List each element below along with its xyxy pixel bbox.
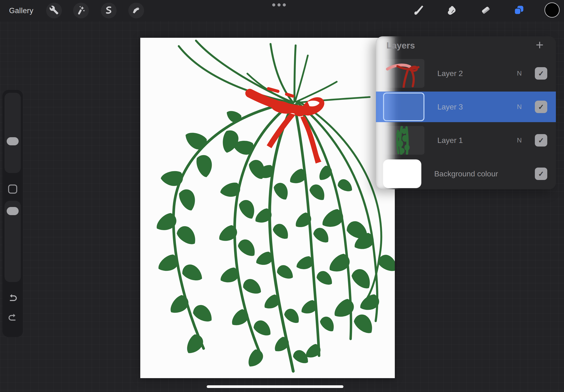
smudge-button[interactable]	[443, 3, 459, 18]
eraser-icon	[480, 4, 491, 16]
layers-icon	[513, 4, 525, 17]
transform-arrow-icon	[132, 5, 141, 15]
wrench-icon	[49, 5, 59, 16]
layer-list: Layer 2N✓Layer 3N✓Layer 1N✓Background co…	[376, 58, 556, 189]
layer-row-layer-1[interactable]: Layer 1N✓	[376, 125, 556, 156]
layer-visibility-checkbox[interactable]: ✓	[535, 134, 547, 147]
undo-icon	[7, 293, 18, 305]
brush-button[interactable]	[411, 3, 426, 18]
actions-button[interactable]	[46, 3, 62, 18]
selection-s-icon	[104, 5, 113, 16]
adjustments-button[interactable]	[73, 3, 89, 18]
plant-artwork	[140, 38, 395, 378]
layer-row-layer-3[interactable]: Layer 3N✓	[376, 92, 556, 122]
layers-panel-title: Layers	[386, 41, 415, 51]
drawing-canvas[interactable]	[140, 38, 395, 378]
layer-visibility-checkbox[interactable]: ✓	[535, 168, 547, 180]
blend-mode-badge[interactable]: N	[515, 137, 523, 144]
layer-thumbnail[interactable]	[383, 93, 425, 121]
layers-button[interactable]	[511, 3, 527, 18]
layer-label: Layer 2	[437, 69, 515, 78]
layer-visibility-checkbox[interactable]: ✓	[535, 101, 547, 113]
layer-row-layer-2[interactable]: Layer 2N✓	[376, 58, 556, 89]
undo-button[interactable]	[7, 293, 18, 305]
smudge-finger-icon	[446, 4, 457, 16]
brush-size-handle[interactable]	[7, 137, 19, 145]
layers-panel-header: Layers +	[376, 36, 556, 58]
transform-button[interactable]	[128, 3, 144, 18]
add-layer-button[interactable]: +	[533, 39, 546, 52]
redo-button[interactable]	[7, 313, 18, 324]
brush-icon	[413, 4, 425, 17]
blend-mode-badge[interactable]: N	[515, 103, 523, 111]
layer-thumbnail[interactable]	[383, 126, 425, 155]
layer-visibility-checkbox[interactable]: ✓	[535, 67, 547, 80]
layer-label: Layer 1	[437, 136, 515, 145]
layer-label: Background colour	[434, 169, 535, 178]
modify-button[interactable]	[8, 184, 17, 194]
top-toolbar: Gallery	[0, 0, 564, 21]
layer-label: Layer 3	[437, 102, 515, 111]
procreate-canvas-screen: { "topbar": { "gallery_label": "Gallery"…	[0, 0, 564, 392]
brush-sidebar	[2, 90, 23, 337]
gallery-button[interactable]: Gallery	[9, 0, 33, 21]
redo-icon	[7, 313, 18, 324]
blend-mode-badge[interactable]: N	[515, 70, 523, 77]
brush-size-slider[interactable]	[4, 93, 21, 173]
color-button[interactable]	[544, 3, 560, 18]
magic-wand-icon	[76, 5, 86, 16]
brush-opacity-slider[interactable]	[4, 201, 21, 282]
selection-button[interactable]	[101, 3, 117, 18]
layer-thumbnail[interactable]	[383, 59, 425, 88]
home-indicator[interactable]	[207, 385, 344, 388]
ellipsis-dots-icon[interactable]	[272, 3, 286, 6]
eraser-button[interactable]	[478, 3, 494, 18]
color-circle-icon	[544, 2, 560, 19]
layers-panel: Layers + Layer 2N✓Layer 3N✓Layer 1N✓Back…	[376, 36, 556, 189]
layer-thumbnail[interactable]	[383, 159, 421, 188]
brush-opacity-handle[interactable]	[7, 207, 19, 215]
layer-row-background-colour[interactable]: Background colour✓	[376, 158, 556, 189]
